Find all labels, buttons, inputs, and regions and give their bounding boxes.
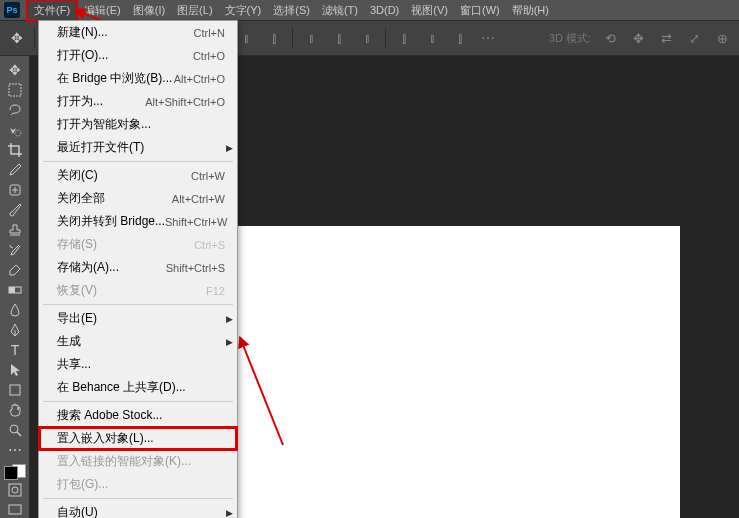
marquee-tool[interactable] xyxy=(4,82,26,98)
menu-item[interactable]: 置入嵌入对象(L)... xyxy=(39,427,237,450)
menu-layer[interactable]: 图层(L) xyxy=(171,1,218,20)
menu-item[interactable]: 共享... xyxy=(39,353,237,376)
color-swatch[interactable] xyxy=(4,466,26,478)
menu-item-label: 关闭(C) xyxy=(57,167,98,184)
app-logo: Ps xyxy=(4,2,20,18)
menu-bar: Ps 文件(F) 编辑(E) 图像(I) 图层(L) 文字(Y) 选择(S) 滤… xyxy=(0,0,739,20)
menu-item[interactable]: 关闭全部Alt+Ctrl+W xyxy=(39,187,237,210)
more-icon[interactable]: ⋯ xyxy=(478,30,498,46)
menu-separator xyxy=(43,498,233,499)
menu-item[interactable]: 在 Bridge 中浏览(B)...Alt+Ctrl+O xyxy=(39,67,237,90)
menu-item[interactable]: 打开(O)...Ctrl+O xyxy=(39,44,237,67)
menu-separator xyxy=(43,161,233,162)
3d-rotate-icon[interactable]: ⊕ xyxy=(713,29,731,47)
menu-file[interactable]: 文件(F) xyxy=(26,0,78,22)
menu-3d[interactable]: 3D(D) xyxy=(364,2,405,18)
menu-item: 打包(G)... xyxy=(39,473,237,496)
pen-tool[interactable] xyxy=(4,322,26,338)
menu-item-label: 打包(G)... xyxy=(57,476,108,493)
menu-select[interactable]: 选择(S) xyxy=(267,1,316,20)
menu-window[interactable]: 窗口(W) xyxy=(454,1,506,20)
menu-item-label: 搜索 Adobe Stock... xyxy=(57,407,162,424)
brush-tool[interactable] xyxy=(4,202,26,218)
menu-type[interactable]: 文字(Y) xyxy=(219,1,268,20)
menu-filter[interactable]: 滤镜(T) xyxy=(316,1,364,20)
submenu-arrow-icon: ▶ xyxy=(226,314,233,324)
foreground-color[interactable] xyxy=(4,466,18,480)
menu-item[interactable]: 导出(E)▶ xyxy=(39,307,237,330)
3d-orbit-icon[interactable]: ⟲ xyxy=(601,29,619,47)
distribute-icon[interactable]: ⫿ xyxy=(329,30,349,46)
lasso-tool[interactable] xyxy=(4,102,26,118)
path-select-tool[interactable] xyxy=(4,362,26,378)
menu-item[interactable]: 存储为(A)...Shift+Ctrl+S xyxy=(39,256,237,279)
menu-item-label: 在 Behance 上共享(D)... xyxy=(57,379,186,396)
menu-item-label: 恢复(V) xyxy=(57,282,97,299)
menu-item: 置入链接的智能对象(K)... xyxy=(39,450,237,473)
menu-item[interactable]: 自动(U)▶ xyxy=(39,501,237,518)
menu-item-shortcut: Ctrl+O xyxy=(193,50,225,62)
distribute-icon[interactable]: ⫾ xyxy=(301,30,321,46)
distribute-icon[interactable]: ⫿ xyxy=(394,30,414,46)
gradient-tool[interactable] xyxy=(4,282,26,298)
menu-item-label: 生成 xyxy=(57,333,81,350)
menu-edit[interactable]: 编辑(E) xyxy=(78,1,127,20)
move-tool[interactable]: ✥ xyxy=(4,62,26,78)
menu-item[interactable]: 打开为智能对象... xyxy=(39,113,237,136)
menu-item-label: 最近打开文件(T) xyxy=(57,139,144,156)
distribute-icon[interactable]: ⫿ xyxy=(450,30,470,46)
align-right-icon[interactable]: ⫿ xyxy=(264,30,284,46)
3d-slide-icon[interactable]: ⇄ xyxy=(657,29,675,47)
menu-item-label: 存储(S) xyxy=(57,236,97,253)
svg-rect-4 xyxy=(9,287,15,293)
menu-item-label: 自动(U) xyxy=(57,504,98,518)
align-hcenter-icon[interactable]: ⫾ xyxy=(236,30,256,46)
distribute-icon[interactable]: ⫾ xyxy=(357,30,377,46)
3d-pan-icon[interactable]: ✥ xyxy=(629,29,647,47)
menu-image[interactable]: 图像(I) xyxy=(127,1,171,20)
stamp-tool[interactable] xyxy=(4,222,26,238)
menu-item-shortcut: Alt+Shift+Ctrl+O xyxy=(145,96,225,108)
3d-scale-icon[interactable]: ⤢ xyxy=(685,29,703,47)
menu-help[interactable]: 帮助(H) xyxy=(506,1,555,20)
3d-mode-label: 3D 模式: xyxy=(549,31,591,46)
menu-item[interactable]: 关闭并转到 Bridge...Shift+Ctrl+W xyxy=(39,210,237,233)
quick-mask-tool[interactable] xyxy=(4,482,26,498)
separator xyxy=(34,28,35,48)
svg-point-7 xyxy=(10,425,18,433)
type-tool[interactable]: T xyxy=(4,342,26,358)
menu-item-label: 导出(E) xyxy=(57,310,97,327)
svg-point-9 xyxy=(12,487,18,493)
move-tool-icon: ✥ xyxy=(8,29,26,47)
menu-item: 存储(S)Ctrl+S xyxy=(39,233,237,256)
svg-rect-8 xyxy=(9,484,21,496)
menu-item-label: 关闭并转到 Bridge... xyxy=(57,213,165,230)
distribute-icon[interactable]: ⫾ xyxy=(422,30,442,46)
zoom-tool[interactable] xyxy=(4,422,26,438)
menu-item[interactable]: 搜索 Adobe Stock... xyxy=(39,404,237,427)
svg-point-1 xyxy=(15,130,21,136)
history-brush-tool[interactable] xyxy=(4,242,26,258)
document-canvas[interactable] xyxy=(230,226,680,518)
menu-item-label: 打开为... xyxy=(57,93,103,110)
quick-select-tool[interactable] xyxy=(4,122,26,138)
eyedropper-tool[interactable] xyxy=(4,162,26,178)
eraser-tool[interactable] xyxy=(4,262,26,278)
blur-tool[interactable] xyxy=(4,302,26,318)
hand-tool[interactable] xyxy=(4,402,26,418)
menu-item[interactable]: 关闭(C)Ctrl+W xyxy=(39,164,237,187)
menu-item[interactable]: 打开为...Alt+Shift+Ctrl+O xyxy=(39,90,237,113)
menu-item[interactable]: 在 Behance 上共享(D)... xyxy=(39,376,237,399)
menu-view[interactable]: 视图(V) xyxy=(405,1,454,20)
screen-mode-tool[interactable] xyxy=(4,502,26,518)
healing-tool[interactable] xyxy=(4,182,26,198)
edit-toolbar[interactable]: ⋯ xyxy=(4,442,26,458)
separator xyxy=(385,28,386,48)
menu-item[interactable]: 生成▶ xyxy=(39,330,237,353)
menu-item-shortcut: Ctrl+S xyxy=(194,239,225,251)
shape-tool[interactable] xyxy=(4,382,26,398)
menu-item[interactable]: 最近打开文件(T)▶ xyxy=(39,136,237,159)
crop-tool[interactable] xyxy=(4,142,26,158)
menu-item-label: 打开(O)... xyxy=(57,47,108,64)
menu-item[interactable]: 新建(N)...Ctrl+N xyxy=(39,21,237,44)
